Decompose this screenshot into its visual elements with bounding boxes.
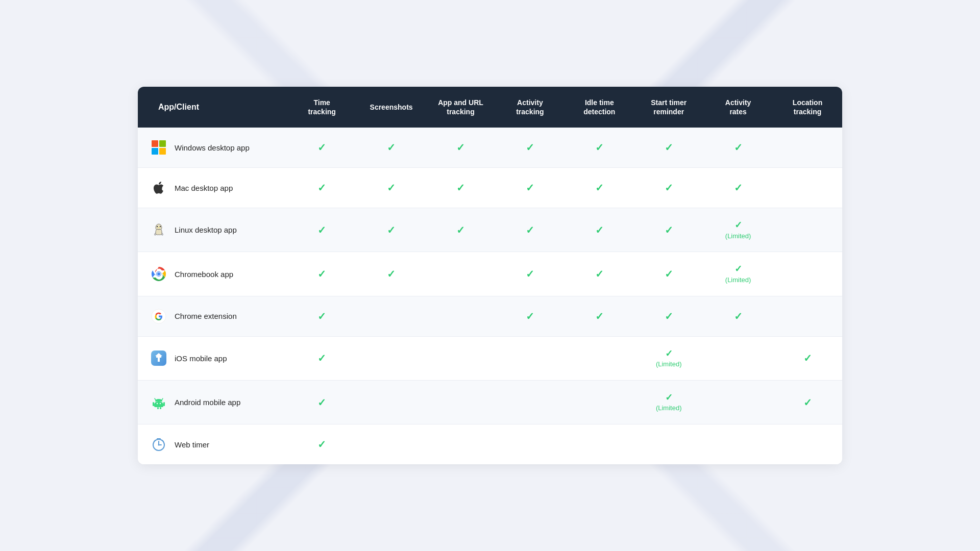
app-name: Chrome extension <box>175 312 237 320</box>
cell-activity-rates <box>703 336 773 380</box>
svg-point-7 <box>157 272 160 276</box>
cell-time-tracking: ✓ <box>287 336 357 380</box>
check-mark: ✓ <box>665 224 673 236</box>
col-header-app-url: App and URLtracking <box>426 87 496 128</box>
check-mark: ✓ <box>456 224 465 236</box>
cell-app-url-tracking <box>426 336 496 380</box>
cell-location-tracking <box>773 128 842 168</box>
col-header-location: Locationtracking <box>773 87 842 128</box>
col-header-idle-time: Idle timedetection <box>565 87 634 128</box>
cell-screenshots: ✓ <box>357 128 426 168</box>
check-mark: ✓ <box>595 311 604 322</box>
cell-idle-time: ✓ <box>565 168 634 208</box>
cell-start-timer: ✓ <box>634 168 703 208</box>
android-icon <box>150 394 167 411</box>
cell-time-tracking: ✓ <box>287 424 357 465</box>
check-mark: ✓ <box>317 311 326 322</box>
cell-screenshots <box>357 336 426 380</box>
cell-idle-time <box>565 336 634 380</box>
svg-rect-12 <box>157 407 159 409</box>
page-wrapper: App/Client Timetracking Screenshots App … <box>138 66 842 485</box>
chrome-icon <box>150 265 167 283</box>
app-name-cell: Android mobile app <box>138 380 287 424</box>
cell-location-tracking <box>773 168 842 208</box>
check-mark: ✓ <box>317 353 326 364</box>
svg-point-17 <box>158 444 160 446</box>
check-mark: ✓ <box>595 142 604 153</box>
cell-time-tracking: ✓ <box>287 252 357 296</box>
windows-icon <box>150 139 167 156</box>
check-mark: ✓ <box>595 224 604 236</box>
cell-activity-rates: ✓ <box>703 128 773 168</box>
table-row: Linux desktop app ✓ ✓ ✓ ✓ ✓ ✓ ✓ (Limited… <box>138 208 842 252</box>
check-mark: ✓ <box>456 142 465 153</box>
mac-icon <box>150 179 167 196</box>
cell-start-timer: ✓ <box>634 128 703 168</box>
check-mark: ✓ <box>317 439 326 450</box>
app-name: Android mobile app <box>175 398 240 407</box>
check-mark: ✓ <box>734 142 743 153</box>
app-name: Mac desktop app <box>175 184 233 192</box>
check-mark: ✓ <box>665 182 673 193</box>
check-mark: ✓ <box>387 268 396 280</box>
cell-idle-time: ✓ <box>565 296 634 336</box>
check-mark: ✓ <box>317 182 326 193</box>
table-header-row: App/Client Timetracking Screenshots App … <box>138 87 842 128</box>
cell-location-tracking: ✓ <box>773 380 842 424</box>
linux-icon <box>150 221 167 239</box>
check-mark: ✓ <box>456 182 465 193</box>
col-header-time-tracking: Timetracking <box>287 87 357 128</box>
cell-idle-time <box>565 424 634 465</box>
table-row: Web timer ✓ <box>138 424 842 465</box>
svg-rect-10 <box>153 402 154 406</box>
check-mark: ✓ <box>803 353 812 364</box>
cell-idle-time: ✓ <box>565 128 634 168</box>
cell-idle-time: ✓ <box>565 208 634 252</box>
cell-location-tracking <box>773 208 842 252</box>
check-mark: ✓ <box>803 397 812 408</box>
col-header-screenshots: Screenshots <box>357 87 426 128</box>
check-mark: ✓ <box>526 142 534 153</box>
cell-app-url-tracking <box>426 296 496 336</box>
check-limited: ✓ (Limited) <box>712 219 765 239</box>
svg-point-15 <box>160 403 161 404</box>
cell-activity-rates <box>703 380 773 424</box>
table-row: Chromebook app ✓ ✓ ✓ ✓ ✓ ✓ (Limited) <box>138 252 842 296</box>
app-name: iOS mobile app <box>175 354 227 363</box>
svg-point-1 <box>157 226 158 227</box>
table-row: Windows desktop app ✓ ✓ ✓ ✓ ✓ ✓ ✓ <box>138 128 842 168</box>
cell-location-tracking <box>773 296 842 336</box>
app-name-cell: Chromebook app <box>138 252 287 296</box>
cell-app-url-tracking <box>426 252 496 296</box>
svg-point-3 <box>158 227 160 228</box>
table-row: Chrome extension ✓ ✓ ✓ ✓ ✓ <box>138 296 842 336</box>
app-name: Linux desktop app <box>175 226 237 234</box>
cell-app-url-tracking <box>426 424 496 465</box>
cell-screenshots <box>357 380 426 424</box>
table-row: Android mobile app ✓ ✓ (Limited) ✓ <box>138 380 842 424</box>
cell-activity-rates: ✓ <box>703 168 773 208</box>
comparison-table: App/Client Timetracking Screenshots App … <box>138 87 842 465</box>
app-name-cell: Chrome extension <box>138 296 287 336</box>
table-body: Windows desktop app ✓ ✓ ✓ ✓ ✓ ✓ ✓ Mac de… <box>138 128 842 464</box>
cell-app-url-tracking: ✓ <box>426 208 496 252</box>
cell-activity-tracking: ✓ <box>495 208 565 252</box>
app-name-cell: Windows desktop app <box>138 128 287 168</box>
cell-location-tracking: ✓ <box>773 336 842 380</box>
svg-point-2 <box>160 226 161 227</box>
cell-screenshots: ✓ <box>357 252 426 296</box>
check-mark: ✓ <box>526 224 534 236</box>
cell-activity-rates <box>703 424 773 465</box>
cell-activity-rates: ✓ (Limited) <box>703 252 773 296</box>
check-mark: ✓ <box>734 311 743 322</box>
app-name: Windows desktop app <box>175 143 250 152</box>
cell-idle-time <box>565 380 634 424</box>
col-header-app: App/Client <box>138 87 287 128</box>
check-mark: ✓ <box>387 182 396 193</box>
check-limited: ✓ (Limited) <box>642 392 695 412</box>
app-name-cell: Linux desktop app <box>138 208 287 252</box>
web-timer-icon <box>150 436 167 453</box>
table-row: Mac desktop app ✓ ✓ ✓ ✓ ✓ ✓ ✓ <box>138 168 842 208</box>
col-header-start-timer: Start timerreminder <box>634 87 703 128</box>
col-header-activity-rates: Activityrates <box>703 87 773 128</box>
